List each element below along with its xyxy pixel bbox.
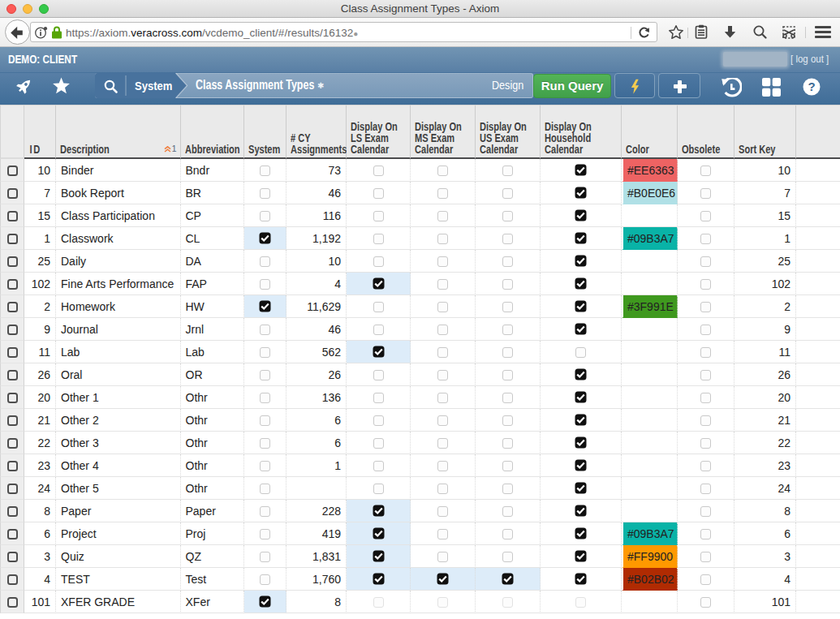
svg-text:?: ?: [808, 80, 815, 93]
